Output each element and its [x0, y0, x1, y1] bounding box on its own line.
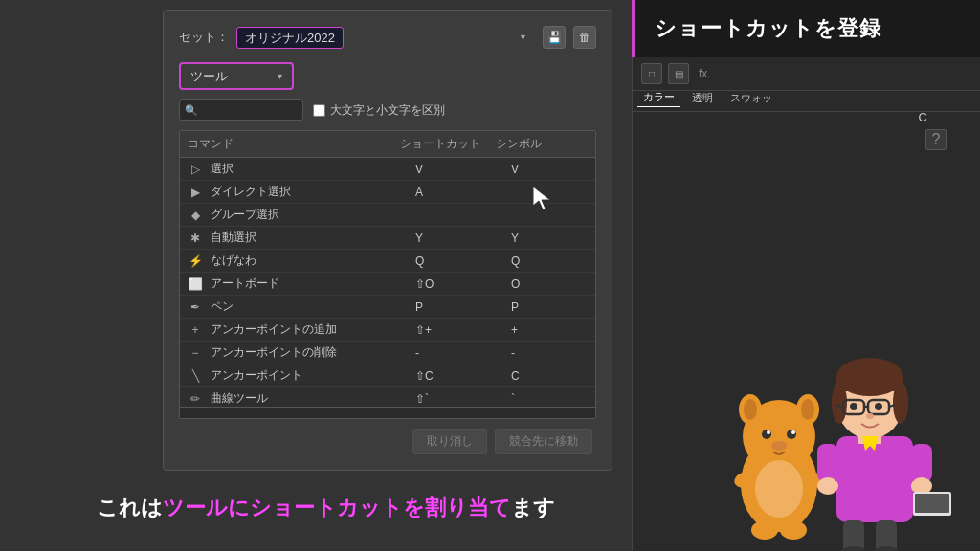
symbol-cell: Y — [511, 231, 588, 245]
bottom-text-suffix: ます — [511, 496, 555, 519]
svg-point-6 — [762, 430, 771, 439]
symbol-cell: O — [511, 277, 588, 291]
table-row[interactable]: ✒ ペン P P — [180, 296, 595, 319]
command-icon: ▷ — [188, 162, 203, 177]
save-set-button[interactable]: 💾 — [543, 26, 566, 49]
table-row[interactable]: ✏ 曲線ツール ⇧` ` — [180, 387, 595, 407]
tab-swatches[interactable]: スウォッ — [724, 89, 778, 107]
symbol-cell: - — [511, 346, 588, 360]
command-cell: ✱ 自動選択 — [188, 230, 415, 246]
command-cell: ✒ ペン — [188, 298, 415, 315]
table-row[interactable]: ╲ アンカーポイント ⇧C C — [180, 364, 595, 387]
cancel-button[interactable]: 取り消し — [412, 429, 487, 454]
search-wrapper: 🔍 — [179, 99, 303, 121]
shortcut-header: ショートカット — [400, 136, 496, 152]
shortcut-cell: P — [415, 300, 511, 314]
command-icon: ◆ — [188, 208, 203, 223]
svg-rect-20 — [836, 377, 903, 391]
shortcut-cell: ⇧+ — [415, 323, 511, 337]
image-icon-btn[interactable]: ▤ — [668, 63, 689, 84]
horizontal-scrollbar[interactable] — [180, 407, 595, 418]
set-select-wrapper: オリジナル2022 — [236, 27, 535, 49]
command-name: ダイレクト選択 — [211, 184, 291, 200]
command-cell: ⬜ アートボード — [188, 276, 415, 292]
rect-icon-btn[interactable]: □ — [641, 63, 662, 84]
svg-point-15 — [755, 460, 803, 518]
svg-point-29 — [875, 403, 882, 410]
set-row: セット： オリジナル2022 💾 🗑 — [179, 26, 596, 49]
symbol-cell: V — [511, 163, 588, 176]
command-name: なげなわ — [211, 253, 256, 269]
dialog-buttons: 取り消し 競合先に移動 — [179, 429, 596, 454]
shortcut-cell: ⇧O — [415, 277, 511, 291]
command-cell: ✏ 曲線ツール — [188, 390, 415, 407]
search-row: 🔍 大文字と小文字を区別 — [179, 99, 596, 121]
tab-color[interactable]: カラー — [637, 88, 680, 107]
tool-dropdown-wrapper: ツール — [179, 62, 294, 90]
command-icon: ✏ — [188, 391, 203, 407]
command-icon: − — [188, 345, 203, 361]
shortcut-cell: A — [415, 186, 511, 199]
table-row[interactable]: − アンカーポイントの削除 - - — [180, 342, 595, 364]
symbol-cell: Q — [511, 254, 588, 268]
shortcut-cell: ⇧` — [415, 392, 511, 406]
command-name: ペン — [211, 298, 234, 315]
command-name: アートボード — [211, 276, 279, 292]
command-cell: ▶ ダイレクト選択 — [188, 184, 415, 200]
symbol-cell: ` — [511, 392, 588, 406]
table-row[interactable]: ✱ 自動選択 Y Y — [180, 227, 595, 250]
table-body[interactable]: ▷ 選択 V V ▶ ダイレクト選択 A ◆ グループ選択 ✱ 自動選択 — [180, 158, 595, 407]
bottom-text-prefix: これは — [97, 496, 163, 519]
command-header: コマンド — [188, 136, 400, 152]
command-name: アンカーポイントの追加 — [211, 321, 337, 338]
command-name: グループ選択 — [211, 207, 279, 223]
goto-conflict-button[interactable]: 競合先に移動 — [495, 429, 592, 454]
fx-label: fx. — [699, 67, 711, 80]
table-row[interactable]: ▷ 選択 V V — [180, 158, 595, 181]
help-button[interactable]: ? — [925, 129, 947, 150]
svg-rect-37 — [915, 494, 949, 513]
set-select[interactable]: オリジナル2022 — [236, 27, 344, 49]
command-icon: ╲ — [188, 368, 203, 384]
command-icon: ✒ — [188, 299, 203, 315]
table-row[interactable]: + アンカーポイントの追加 ⇧+ + — [180, 319, 595, 342]
search-icon: 🔍 — [185, 104, 198, 117]
shortcut-cell: - — [415, 346, 511, 360]
bottom-text-highlight: ツールにショートカットを割り当て — [163, 496, 511, 519]
command-cell: ▷ 選択 — [188, 161, 415, 177]
table-row[interactable]: ◆ グループ選択 — [180, 204, 595, 227]
svg-point-7 — [787, 430, 796, 439]
svg-point-5 — [801, 399, 814, 420]
svg-point-4 — [744, 399, 757, 420]
delete-set-button[interactable]: 🗑 — [573, 26, 596, 49]
command-icon: ▶ — [188, 185, 203, 200]
set-label: セット： — [179, 29, 229, 46]
command-name: 自動選択 — [211, 230, 256, 246]
tab-transparency[interactable]: 透明 — [686, 89, 719, 107]
command-cell: ⚡ なげなわ — [188, 253, 415, 269]
symbol-header: シンボル — [496, 136, 572, 152]
shortcut-cell: Q — [415, 254, 511, 268]
table-row[interactable]: ⚡ なげなわ Q Q — [180, 250, 595, 273]
command-icon: + — [188, 322, 203, 338]
table-row[interactable]: ▶ ダイレクト選択 A — [180, 181, 595, 204]
command-name: アンカーポイントの削除 — [211, 344, 337, 361]
command-icon: ✱ — [188, 231, 203, 246]
panel-tabs: カラー 透明 スウォッ — [632, 84, 980, 112]
symbol-cell: C — [511, 369, 588, 383]
shortcut-cell: V — [415, 163, 511, 176]
svg-rect-33 — [911, 444, 932, 482]
header-bar: ショートカットを登録 — [632, 0, 980, 57]
svg-point-30 — [866, 413, 874, 419]
command-name: アンカーポイント — [211, 367, 302, 384]
symbol-cell: P — [511, 300, 588, 314]
svg-point-8 — [767, 430, 770, 434]
svg-rect-32 — [817, 444, 838, 482]
case-sensitive-checkbox[interactable] — [313, 104, 325, 117]
svg-point-22 — [893, 382, 908, 424]
svg-point-13 — [751, 520, 778, 540]
header-title: ショートカットを登録 — [655, 14, 881, 43]
table-row[interactable]: ⬜ アートボード ⇧O O — [180, 273, 595, 296]
tool-category-select[interactable]: ツール — [179, 62, 294, 90]
case-sensitive-label[interactable]: 大文字と小文字を区別 — [313, 102, 445, 119]
